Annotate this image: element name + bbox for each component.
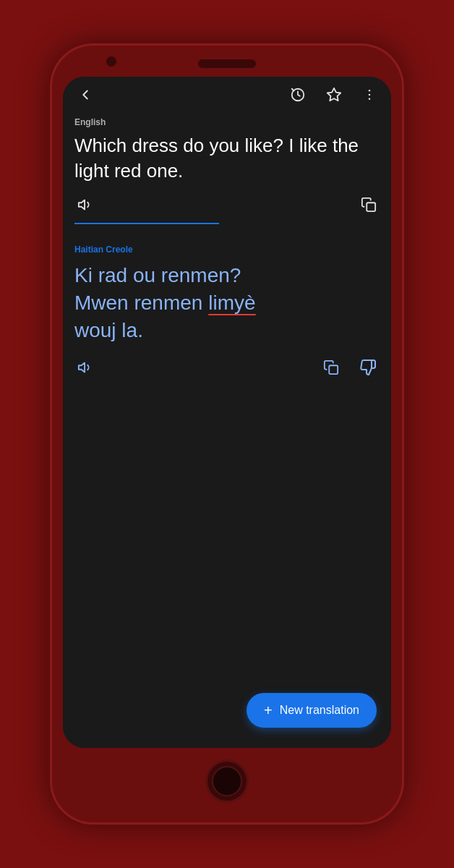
phone-camera <box>106 56 116 67</box>
translation-copy-button[interactable] <box>320 357 342 378</box>
phone-speaker <box>198 59 256 68</box>
more-button[interactable] <box>359 85 380 105</box>
svg-point-2 <box>369 90 371 92</box>
translation-section: Haitian Creole Ki rad ou renmen? Mwen re… <box>63 237 391 748</box>
svg-marker-5 <box>79 200 85 210</box>
toolbar-right <box>287 84 380 106</box>
translation-speak-button[interactable] <box>74 357 96 378</box>
star-button[interactable] <box>323 84 345 106</box>
translation-feedback-button[interactable] <box>356 356 380 379</box>
translation-line1: Ki rad ou renmen? <box>74 264 241 286</box>
svg-marker-7 <box>79 362 85 372</box>
translation-underlined-word: limyè <box>208 292 255 314</box>
translation-text: Ki rad ou renmen? Mwen renmen limyè wouj… <box>74 262 380 344</box>
svg-marker-1 <box>327 88 340 101</box>
app-toolbar <box>63 77 391 111</box>
phone-home-inner <box>212 766 242 796</box>
translation-actions-right <box>320 356 380 379</box>
svg-rect-8 <box>329 365 338 374</box>
section-divider <box>74 223 219 224</box>
translation-line3: wouj la. <box>74 319 143 341</box>
phone-top-notch <box>63 56 391 77</box>
source-section: English Which dress do you like? I like … <box>63 111 391 237</box>
source-actions <box>74 194 380 216</box>
toolbar-left <box>74 84 96 106</box>
source-text: Which dress do you like? I like the ligh… <box>74 133 380 184</box>
phone-screen: English Which dress do you like? I like … <box>63 77 391 748</box>
source-language-label: English <box>74 117 380 127</box>
plus-icon: + <box>264 703 273 718</box>
translation-line2-prefix: Mwen renmen <box>74 292 208 314</box>
source-copy-button[interactable] <box>358 194 380 216</box>
svg-rect-6 <box>367 203 375 211</box>
svg-point-3 <box>369 94 371 96</box>
translation-actions <box>74 356 380 379</box>
phone-frame: English Which dress do you like? I like … <box>50 43 404 825</box>
new-translation-button[interactable]: + New translation <box>247 693 377 728</box>
phone-home-button[interactable] <box>205 760 249 803</box>
source-speak-button[interactable] <box>74 194 96 216</box>
back-button[interactable] <box>74 84 96 106</box>
svg-point-4 <box>369 98 371 101</box>
new-translation-label: New translation <box>280 704 359 717</box>
translation-language-label: Haitian Creole <box>74 244 380 255</box>
history-button[interactable] <box>287 84 309 106</box>
